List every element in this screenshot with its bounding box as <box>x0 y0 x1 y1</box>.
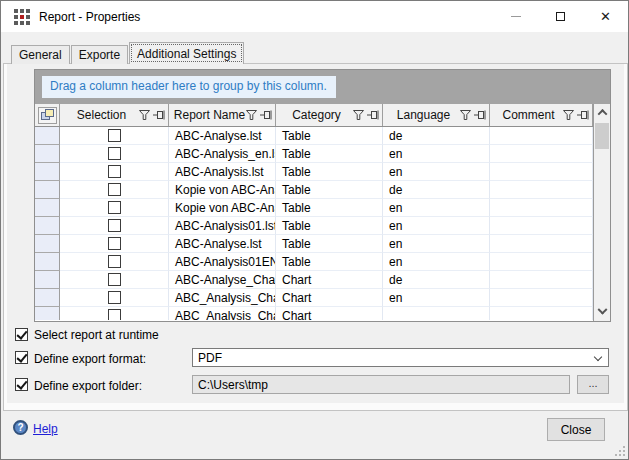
report-name-cell: Kopie von ABC-Ana <box>169 181 276 199</box>
row-checkbox[interactable] <box>108 201 121 214</box>
row-indicator[interactable] <box>35 253 60 271</box>
row-checkbox[interactable] <box>108 309 121 320</box>
column-header-selection[interactable]: Selection <box>60 104 169 126</box>
table-row[interactable]: Kopie von ABC-AnaTablede <box>35 181 593 199</box>
export-format-select[interactable]: PDF <box>192 348 609 367</box>
close-window-button[interactable]: ✕ <box>583 1 628 32</box>
pin-icon[interactable] <box>474 110 486 120</box>
close-button[interactable]: Close <box>547 418 605 441</box>
table-row[interactable]: ABC-Analysis01EN.lTableen <box>35 253 593 271</box>
comment-cell <box>490 307 593 320</box>
define-export-folder-checkbox[interactable] <box>15 378 28 391</box>
scroll-down-button[interactable] <box>594 304 610 321</box>
filter-icon[interactable] <box>246 110 257 120</box>
pin-icon[interactable] <box>153 110 165 120</box>
row-checkbox[interactable] <box>108 129 121 142</box>
pin-icon[interactable] <box>367 110 379 120</box>
category-cell: Chart <box>276 307 383 320</box>
category-cell: Chart <box>276 289 383 307</box>
row-checkbox[interactable] <box>108 147 121 160</box>
language-cell: en <box>383 199 490 217</box>
category-cell: Table <box>276 235 383 253</box>
row-checkbox[interactable] <box>108 291 121 304</box>
define-export-format-label: Define export format: <box>34 352 146 366</box>
filter-icon[interactable] <box>563 110 574 120</box>
table-row[interactable]: ABC-Analysis.lstTableen <box>35 163 593 181</box>
row-checkbox[interactable] <box>108 165 121 178</box>
window-title: Report - Properties <box>39 10 140 24</box>
language-cell: de <box>383 181 490 199</box>
row-indicator[interactable] <box>35 289 60 307</box>
vertical-scrollbar[interactable] <box>593 104 610 321</box>
row-checkbox[interactable] <box>108 255 121 268</box>
language-cell <box>383 307 490 320</box>
table-row[interactable]: Kopie von ABC-AnaTableen <box>35 199 593 217</box>
chevron-up-icon <box>597 109 607 119</box>
row-indicator[interactable] <box>35 163 60 181</box>
category-cell: Table <box>276 199 383 217</box>
column-header-language[interactable]: Language <box>383 104 490 126</box>
define-export-format-checkbox[interactable] <box>15 351 28 364</box>
row-checkbox[interactable] <box>108 183 121 196</box>
row-indicator[interactable] <box>35 217 60 235</box>
pin-icon[interactable] <box>260 110 272 120</box>
maximize-button[interactable] <box>538 1 583 32</box>
chevron-down-icon <box>597 305 607 315</box>
selection-cell <box>60 271 169 289</box>
row-checkbox[interactable] <box>108 273 121 286</box>
minimize-button[interactable] <box>493 1 538 32</box>
row-indicator[interactable] <box>35 181 60 199</box>
column-header-category[interactable]: Category <box>276 104 383 126</box>
combo-chevron-down-icon <box>594 353 602 361</box>
scroll-up-button[interactable] <box>594 104 610 121</box>
column-label: Report Name <box>173 108 246 122</box>
browse-folder-button[interactable]: ... <box>577 375 609 394</box>
comment-cell <box>490 271 593 289</box>
table-row[interactable]: ABC-Analyse_Chart.lChartde <box>35 271 593 289</box>
table-row[interactable]: ABC-Analyse.lstTableen <box>35 235 593 253</box>
row-indicator[interactable] <box>35 145 60 163</box>
report-name-cell: ABC-Analysis01.lst <box>169 217 276 235</box>
filter-icon[interactable] <box>460 110 471 120</box>
table-row[interactable]: ABC-Analysis_en.lstTableen <box>35 145 593 163</box>
column-header-report-name[interactable]: Report Name <box>169 104 276 126</box>
scrollbar-track[interactable] <box>594 149 610 304</box>
table-row[interactable]: ABC_Analysis_ChartChart <box>35 307 593 320</box>
help-icon[interactable]: ? <box>13 420 28 435</box>
tab-exporte[interactable]: Exporte <box>71 45 128 64</box>
help-link[interactable]: Help <box>33 422 58 436</box>
column-chooser-cell[interactable] <box>35 104 60 126</box>
table-row[interactable]: ABC-Analyse.lstTablede <box>35 127 593 145</box>
row-indicator[interactable] <box>35 199 60 217</box>
resize-grip[interactable] <box>615 446 625 456</box>
table-row[interactable]: ABC_Analysis_ChartCharten <box>35 289 593 307</box>
export-folder-field[interactable]: C:\Users\tmp <box>192 375 570 394</box>
row-indicator[interactable] <box>35 271 60 289</box>
row-checkbox[interactable] <box>108 219 121 232</box>
selection-cell <box>60 253 169 271</box>
tab-general[interactable]: General <box>11 45 70 64</box>
column-header-comment[interactable]: Comment <box>490 104 593 126</box>
pin-icon[interactable] <box>577 110 589 120</box>
app-icon <box>14 9 30 25</box>
column-label: Language <box>387 108 460 122</box>
language-cell: en <box>383 163 490 181</box>
language-cell: de <box>383 271 490 289</box>
filter-icon[interactable] <box>353 110 364 120</box>
category-cell: Table <box>276 145 383 163</box>
select-report-at-runtime-checkbox[interactable] <box>15 328 28 341</box>
scrollbar-thumb[interactable] <box>595 123 609 149</box>
selection-cell <box>60 181 169 199</box>
row-checkbox[interactable] <box>108 237 121 250</box>
selection-cell <box>60 289 169 307</box>
tab-additional-settings[interactable]: Additional Settings <box>129 42 244 64</box>
row-indicator[interactable] <box>35 127 60 145</box>
row-indicator[interactable] <box>35 307 60 320</box>
report-name-cell: ABC-Analysis01EN.l <box>169 253 276 271</box>
language-cell: en <box>383 289 490 307</box>
row-indicator[interactable] <box>35 235 60 253</box>
table-row[interactable]: ABC-Analysis01.lstTableen <box>35 217 593 235</box>
filter-icon[interactable] <box>139 110 150 120</box>
select-report-at-runtime-label: Select report at runtime <box>34 328 159 342</box>
selection-cell <box>60 145 169 163</box>
